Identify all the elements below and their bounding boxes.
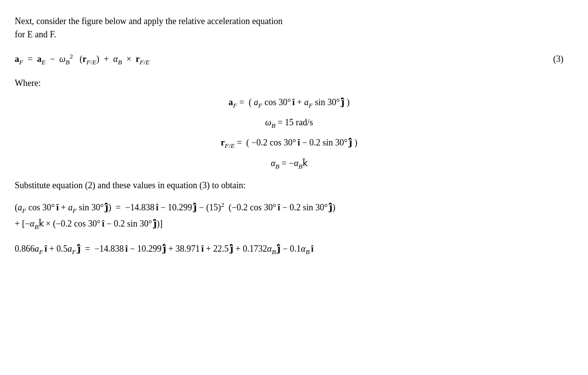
eq3-rFE2-sub: F/E <box>140 58 149 66</box>
equation-3-number: (3) <box>553 52 563 66</box>
eq3-omegaB-sub: B <box>66 58 70 66</box>
intro-line2: for E and F. <box>15 29 56 39</box>
eq3-alphaB-sub: B <box>118 58 122 66</box>
equation-3-content: aF = aE − ωB2 (rF/E) + αB × rF/E <box>15 51 150 67</box>
eq3-rFE-sub: F/E <box>86 58 96 66</box>
final-equation: 0.866aF î + 0.5aF ĵ̂ = −14.838 î − 10.29… <box>15 242 563 257</box>
long-equation: (aF cos 30° î + aF sin 30° ĵ̂) = −14.838… <box>15 200 563 233</box>
eq3-rFE: r <box>83 54 86 64</box>
eq-rFE-def: rF/E = ( −0.2 cos 30° î − 0.2 sin 30° ĵ̂… <box>15 136 563 151</box>
eq-aF-def: aF = ( aF cos 30° î + aF sin 30° ĵ̂ ) <box>15 95 563 111</box>
eq3-paren-close: ) <box>96 54 99 64</box>
long-eq-rhs1: −14.838 î − 10.299 ĵ̂ − (15)2 (−0.2 cos … <box>125 202 336 212</box>
eq-alphaB-def: αB = −αBk̂ <box>15 156 563 172</box>
eq3-omegaB-sup: 2 <box>70 53 73 60</box>
content-area: Next, consider the figure below and appl… <box>15 15 563 257</box>
intro-paragraph: Next, consider the figure below and appl… <box>15 15 563 41</box>
long-eq-rhs2: + [−αBk̂ × (−0.2 cos 30° î − 0.2 sin 30°… <box>15 219 163 229</box>
eq3-omegaB: ω <box>59 54 66 64</box>
eq3-aF: a <box>15 54 19 64</box>
eq3-aE-sub: E <box>41 58 45 66</box>
eq-omegaB-val: ωB = 15 rad/s <box>15 115 563 131</box>
long-eq-lhs: (aF cos 30° î + aF sin 30° ĵ̂) <box>15 202 113 212</box>
centered-equations: aF = ( aF cos 30° î + aF sin 30° ĵ̂ ) ωB… <box>15 95 563 172</box>
intro-line1: Next, consider the figure below and appl… <box>15 16 282 26</box>
equation-3-block: aF = aE − ωB2 (rF/E) + αB × rF/E (3) <box>15 51 563 67</box>
where-label: Where: <box>15 76 563 90</box>
eq3-aF-sub: F <box>19 58 23 66</box>
substitute-text: Substitute equation (2) and these values… <box>15 178 563 193</box>
where-section: Where: aF = ( aF cos 30° î + aF sin 30° … <box>15 76 563 172</box>
eq3-alphaB: α <box>113 54 117 64</box>
